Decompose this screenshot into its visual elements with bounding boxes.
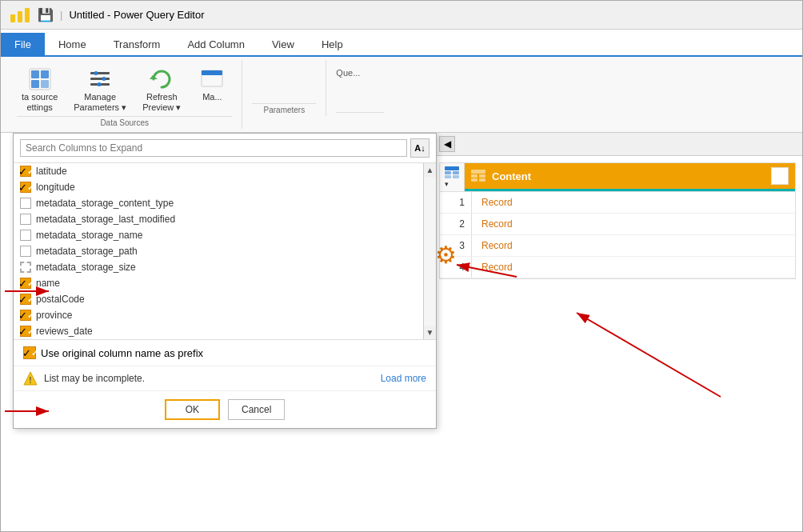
list-item[interactable]: ✓ reviews_date — [14, 323, 423, 339]
main-window: 💾 | Untitled - Power Query Editor File H… — [0, 0, 803, 532]
checkmark: ✓ — [18, 278, 27, 290]
right-panel: ◀ ▾ — [433, 133, 802, 531]
svg-rect-26 — [479, 178, 485, 182]
tab-add-column[interactable]: Add Column — [174, 33, 258, 55]
tab-home[interactable]: Home — [45, 33, 100, 55]
table-row: 1 Record — [440, 192, 795, 214]
svg-rect-0 — [10, 14, 15, 22]
tab-help[interactable]: Help — [308, 33, 357, 55]
col-checkbox-province[interactable]: ✓ — [20, 310, 31, 321]
svg-rect-22 — [471, 170, 485, 174]
tab-transform[interactable]: Transform — [100, 33, 174, 55]
checkmark: ✓ — [18, 326, 27, 338]
warning-icon: ! — [23, 371, 38, 386]
list-item[interactable]: metadata_storage_size — [14, 259, 423, 275]
ribbon-group-items-que: Que... — [336, 62, 384, 110]
svg-rect-7 — [41, 80, 49, 88]
table-row: 4 Record — [440, 257, 795, 278]
data-table: 1 Record 2 Record 3 Record 4 Record — [439, 192, 796, 279]
title-bar: 💾 | Untitled - Power Query Editor — [1, 1, 802, 30]
prefix-checkbox[interactable]: ✓ — [23, 346, 36, 359]
ok-button[interactable]: OK — [165, 399, 220, 420]
svg-point-11 — [94, 71, 98, 75]
ribbon-group-label-que — [336, 112, 384, 114]
list-item[interactable]: metadata_storage_last_modified — [14, 211, 423, 227]
svg-point-12 — [102, 77, 106, 81]
collapse-nav-button[interactable]: ◀ — [439, 136, 455, 152]
app-icon — [9, 6, 31, 24]
search-input[interactable] — [20, 139, 407, 157]
col-checkbox-latitude[interactable]: ✓ — [20, 166, 31, 177]
col-checkbox-meta-size[interactable] — [20, 262, 31, 273]
list-item[interactable]: metadata_storage_name — [14, 227, 423, 243]
content-header-label: Content — [492, 170, 531, 182]
svg-text:!: ! — [29, 376, 31, 385]
list-item[interactable]: ✓ province — [14, 307, 423, 323]
svg-rect-16 — [202, 70, 222, 75]
refresh-preview-button[interactable]: RefreshPreview ▾ — [138, 65, 186, 114]
svg-rect-18 — [445, 171, 451, 174]
list-item[interactable]: ✓ longitude — [14, 179, 423, 195]
content-column-header: Content ⇆ — [465, 163, 795, 191]
row-number-4: 4 — [440, 257, 472, 278]
warning-row: ! List may be incomplete. Load more — [14, 366, 436, 390]
col-checkbox-reviews-date[interactable]: ✓ — [20, 326, 31, 337]
cancel-button[interactable]: Cancel — [228, 399, 285, 420]
svg-rect-21 — [453, 175, 459, 178]
col-checkbox-name[interactable]: ✓ — [20, 278, 31, 289]
manage-parameters-label: ManageParameters ▾ — [74, 92, 126, 113]
data-source-settings-button[interactable]: ta sourceettings — [17, 65, 62, 114]
col-label-latitude: latitude — [36, 166, 67, 177]
scroll-up-button[interactable]: ▲ — [424, 163, 436, 177]
svg-rect-6 — [31, 80, 39, 88]
col-label-meta-path: metadata_storage_path — [36, 246, 138, 257]
col-label-postalcode: postalCode — [36, 294, 85, 305]
expand-content-button[interactable]: ⇆ — [771, 167, 789, 185]
svg-rect-4 — [31, 70, 39, 78]
scrollbar: ▲ ▼ — [423, 163, 436, 339]
svg-rect-25 — [471, 178, 477, 182]
table-row: 3 Record — [440, 235, 795, 257]
svg-rect-19 — [453, 171, 459, 174]
row-number-2: 2 — [440, 214, 472, 234]
list-item[interactable]: ✓ name — [14, 275, 423, 291]
svg-rect-1 — [18, 11, 22, 22]
extra-button[interactable]: Ma... — [192, 65, 232, 104]
ribbon-tabs: File Home Transform Add Column View Help — [1, 30, 802, 55]
checkmark: ✓ — [18, 310, 27, 322]
col-checkbox-meta-last-modified[interactable] — [20, 214, 31, 225]
svg-point-13 — [98, 82, 102, 86]
data-source-icon — [28, 66, 52, 92]
sort-button[interactable]: A↓ — [410, 138, 429, 158]
list-item[interactable]: ✓ postalCode — [14, 291, 423, 307]
refresh-icon — [150, 66, 174, 92]
col-checkbox-longitude[interactable]: ✓ — [20, 182, 31, 193]
manage-parameters-button[interactable]: ManageParameters ▾ — [69, 65, 131, 114]
prefix-row: ✓ Use original column name as prefix — [14, 339, 436, 366]
search-row: A↓ — [14, 134, 436, 163]
svg-rect-2 — [25, 8, 30, 22]
scroll-down-button[interactable]: ▼ — [424, 326, 436, 339]
tab-file[interactable]: File — [1, 33, 45, 55]
load-more-link[interactable]: Load more — [381, 373, 426, 384]
extra-label: Ma... — [202, 92, 222, 102]
svg-rect-17 — [445, 166, 459, 170]
svg-rect-8 — [90, 72, 110, 74]
list-item[interactable]: metadata_storage_content_type — [14, 195, 423, 211]
list-item[interactable]: metadata_storage_path — [14, 243, 423, 259]
save-icon[interactable]: 💾 — [38, 7, 54, 22]
scroll-track — [424, 177, 436, 326]
col-checkbox-meta-content-type[interactable] — [20, 198, 31, 209]
tab-view[interactable]: View — [258, 33, 308, 55]
col-checkbox-meta-name[interactable] — [20, 230, 31, 241]
col-checkbox-postalcode[interactable]: ✓ — [20, 294, 31, 305]
manage-parameters-icon — [88, 66, 112, 92]
ribbon-group-label-datasources: Data Sources — [17, 116, 232, 127]
list-item[interactable]: ✓ latitude — [14, 163, 423, 179]
ribbon-group-label-parameters: Parameters — [252, 103, 316, 114]
col-label-meta-content-type: metadata_storage_content_type — [36, 198, 174, 209]
col-checkbox-meta-path[interactable] — [20, 246, 31, 257]
table-selector-icon[interactable]: ▾ — [445, 166, 459, 188]
data-source-label: ta sourceettings — [22, 92, 58, 113]
window-title: Untitled - Power Query Editor — [69, 9, 204, 21]
